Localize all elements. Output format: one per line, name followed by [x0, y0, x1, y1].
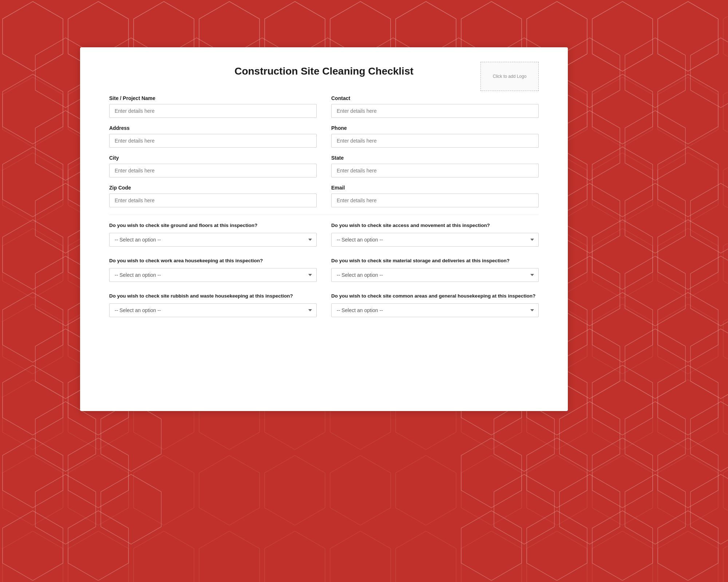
question-row-3: Do you wish to check site rubbish and wa…: [109, 293, 539, 317]
question-5-select[interactable]: -- Select an option -- Yes No: [109, 303, 317, 317]
form-row-4: Zip Code Email: [109, 185, 539, 207]
question-5-label: Do you wish to check site rubbish and wa…: [109, 293, 317, 300]
zip-code-group: Zip Code: [109, 185, 317, 207]
state-input[interactable]: [331, 164, 539, 178]
form-card: Construction Site Cleaning Checklist Cli…: [80, 47, 568, 411]
contact-label: Contact: [331, 95, 539, 101]
state-label: State: [331, 155, 539, 161]
form-title: Construction Site Cleaning Checklist: [109, 62, 539, 77]
question-row-1: Do you wish to check site ground and flo…: [109, 222, 539, 247]
question-3-select[interactable]: -- Select an option -- Yes No: [109, 268, 317, 282]
question-1-group: Do you wish to check site ground and flo…: [109, 222, 317, 247]
question-2-label: Do you wish to check site access and mov…: [331, 222, 539, 229]
site-project-name-label: Site / Project Name: [109, 95, 317, 101]
question-4-label: Do you wish to check site material stora…: [331, 258, 539, 264]
question-row-2: Do you wish to check work area housekeep…: [109, 258, 539, 282]
phone-label: Phone: [331, 125, 539, 131]
question-3-group: Do you wish to check work area housekeep…: [109, 258, 317, 282]
address-label: Address: [109, 125, 317, 131]
form-row-1: Site / Project Name Contact: [109, 95, 539, 118]
address-group: Address: [109, 125, 317, 148]
question-5-group: Do you wish to check site rubbish and wa…: [109, 293, 317, 317]
site-project-name-group: Site / Project Name: [109, 95, 317, 118]
email-group: Email: [331, 185, 539, 207]
city-input[interactable]: [109, 164, 317, 178]
form-header: Construction Site Cleaning Checklist Cli…: [109, 62, 539, 77]
form-row-3: City State: [109, 155, 539, 178]
contact-input[interactable]: [331, 104, 539, 118]
question-2-select[interactable]: -- Select an option -- Yes No: [331, 233, 539, 247]
zip-code-input[interactable]: [109, 194, 317, 207]
state-group: State: [331, 155, 539, 178]
phone-group: Phone: [331, 125, 539, 148]
question-1-label: Do you wish to check site ground and flo…: [109, 222, 317, 229]
question-3-label: Do you wish to check work area housekeep…: [109, 258, 317, 264]
question-2-group: Do you wish to check site access and mov…: [331, 222, 539, 247]
question-6-select[interactable]: -- Select an option -- Yes No: [331, 303, 539, 317]
city-label: City: [109, 155, 317, 161]
form-row-2: Address Phone: [109, 125, 539, 148]
logo-upload-area[interactable]: Click to add Logo: [480, 62, 539, 91]
email-label: Email: [331, 185, 539, 191]
question-4-group: Do you wish to check site material stora…: [331, 258, 539, 282]
city-group: City: [109, 155, 317, 178]
question-1-select[interactable]: -- Select an option -- Yes No: [109, 233, 317, 247]
divider-1: [109, 215, 539, 215]
question-4-select[interactable]: -- Select an option -- Yes No: [331, 268, 539, 282]
logo-placeholder-label: Click to add Logo: [493, 74, 527, 79]
contact-group: Contact: [331, 95, 539, 118]
address-input[interactable]: [109, 134, 317, 148]
email-input[interactable]: [331, 194, 539, 207]
phone-input[interactable]: [331, 134, 539, 148]
question-6-group: Do you wish to check site common areas a…: [331, 293, 539, 317]
site-project-name-input[interactable]: [109, 104, 317, 118]
zip-code-label: Zip Code: [109, 185, 317, 191]
question-6-label: Do you wish to check site common areas a…: [331, 293, 539, 300]
